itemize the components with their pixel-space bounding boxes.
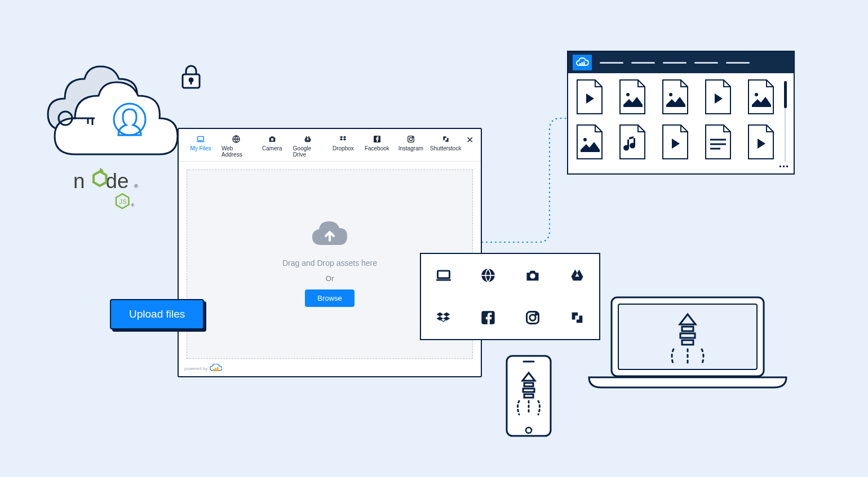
- source-gdrive-icon: [569, 268, 585, 283]
- laptop-illustration: [583, 293, 792, 394]
- file-audio[interactable]: [618, 124, 647, 160]
- source-instagram-icon: [525, 310, 541, 326]
- instagram-icon: [406, 135, 415, 144]
- source-shutterstock-icon: [569, 310, 585, 326]
- tab-shutterstock[interactable]: Shutterstock: [428, 133, 463, 153]
- svg-text:JS: JS: [119, 198, 127, 205]
- file-image[interactable]: [575, 124, 604, 160]
- svg-rect-24: [217, 367, 219, 371]
- svg-text:®: ®: [131, 203, 134, 208]
- nav-placeholder: [694, 62, 718, 64]
- file-image[interactable]: [746, 79, 776, 115]
- file-video[interactable]: [703, 79, 733, 115]
- library-header: [568, 52, 794, 73]
- resize-handle: [568, 166, 794, 173]
- svg-rect-25: [437, 271, 449, 278]
- powered-by: powered by: [184, 364, 222, 373]
- tab-web-address[interactable]: Web Address: [218, 133, 255, 159]
- upload-files-button[interactable]: Upload files: [110, 299, 204, 329]
- tab-google-drive[interactable]: Google Drive: [290, 133, 326, 159]
- facebook-icon: [373, 135, 382, 144]
- powered-by-label: powered by: [184, 366, 207, 371]
- file-image[interactable]: [618, 79, 647, 115]
- svg-text:de: de: [106, 170, 129, 193]
- file-video[interactable]: [575, 79, 604, 115]
- svg-point-31: [535, 313, 537, 315]
- source-camera-icon: [525, 268, 541, 283]
- svg-rect-32: [579, 63, 581, 66]
- tab-facebook[interactable]: Facebook: [361, 133, 393, 153]
- svg-point-30: [529, 315, 535, 321]
- media-library-panel: [567, 51, 795, 175]
- cloudinary-logo-icon: [210, 364, 222, 373]
- library-scrollbar[interactable]: [783, 79, 787, 162]
- close-button[interactable]: ✕: [464, 133, 475, 146]
- tab-label: Instagram: [398, 145, 423, 151]
- globe-icon: [232, 135, 241, 144]
- svg-point-27: [530, 273, 535, 278]
- svg-rect-34: [583, 61, 585, 66]
- svg-point-37: [755, 93, 758, 96]
- tab-my-files[interactable]: My Files: [184, 133, 217, 153]
- tab-dropbox[interactable]: Dropbox: [327, 133, 360, 153]
- shutterstock-icon: [441, 135, 450, 144]
- tab-label: Shutterstock: [430, 145, 462, 151]
- sources-panel: [420, 253, 600, 340]
- svg-point-17: [271, 138, 274, 141]
- source-dropbox-icon: [436, 310, 451, 326]
- source-laptop-icon: [436, 268, 451, 283]
- laptop-icon: [196, 135, 205, 144]
- dropbox-icon: [339, 135, 348, 144]
- file-text[interactable]: [703, 124, 733, 160]
- tab-label: Web Address: [222, 145, 251, 158]
- svg-point-36: [669, 93, 672, 96]
- library-grid: [575, 79, 780, 162]
- svg-rect-23: [215, 368, 217, 372]
- source-globe-icon: [480, 268, 496, 283]
- tab-label: Dropbox: [333, 145, 354, 151]
- svg-point-38: [583, 138, 587, 141]
- nav-placeholder: [726, 62, 750, 64]
- tab-instagram[interactable]: Instagram: [395, 133, 427, 153]
- file-video[interactable]: [746, 124, 776, 160]
- file-video[interactable]: [661, 124, 690, 160]
- dropzone-hint: Drag and Drop assets here: [282, 258, 377, 268]
- svg-rect-47: [507, 356, 551, 436]
- source-tabs: My Files Web Address Camera Google Drive…: [179, 129, 481, 162]
- cloudinary-logo-icon: [573, 55, 592, 70]
- connector-dotted-line: [482, 113, 573, 253]
- svg-point-35: [626, 93, 630, 96]
- nav-placeholder: [600, 62, 623, 64]
- tab-label: Camera: [262, 145, 282, 151]
- nav-placeholder: [631, 62, 655, 64]
- svg-text:n: n: [73, 170, 85, 193]
- nodejs-logo: n de ® JS ®: [73, 163, 163, 220]
- svg-rect-33: [582, 63, 583, 66]
- camera-icon: [268, 135, 277, 144]
- browse-button[interactable]: Browse: [305, 289, 354, 307]
- cloud-upload-icon: [310, 221, 349, 252]
- phone-illustration: [503, 354, 554, 438]
- tab-label: Facebook: [365, 145, 389, 151]
- file-image[interactable]: [661, 79, 690, 115]
- nav-placeholder: [663, 62, 687, 64]
- dropzone-or: Or: [326, 274, 334, 283]
- svg-marker-10: [94, 171, 106, 186]
- svg-rect-15: [198, 136, 204, 140]
- svg-point-21: [413, 137, 413, 137]
- svg-point-20: [409, 137, 412, 140]
- source-facebook-icon: [480, 310, 496, 326]
- svg-rect-22: [213, 369, 215, 371]
- gdrive-icon: [303, 135, 312, 144]
- svg-text:®: ®: [134, 183, 138, 189]
- tab-camera[interactable]: Camera: [256, 133, 289, 153]
- tab-label: My Files: [190, 145, 211, 151]
- tab-label: Google Drive: [293, 145, 322, 158]
